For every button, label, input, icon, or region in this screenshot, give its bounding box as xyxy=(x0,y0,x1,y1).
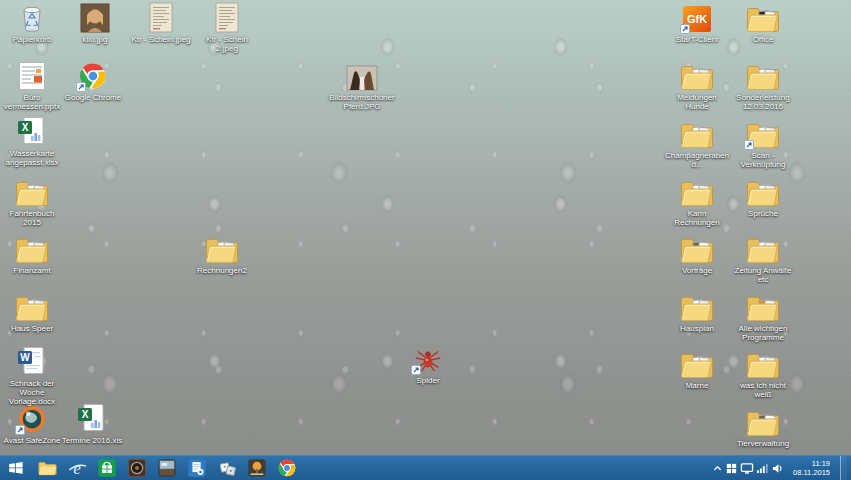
desktop-icon[interactable]: Ktr - Schein.jpeg xyxy=(129,2,193,44)
taskbar-apps: e xyxy=(0,456,302,480)
desktop-icon[interactable]: Ktr - Schein 2.jpeg xyxy=(195,2,259,53)
photo-horses-icon xyxy=(346,60,378,91)
desktop-icon[interactable]: Scan - Verknüpfung xyxy=(731,118,795,169)
folder-icon xyxy=(680,176,714,207)
desktop-icon[interactable]: klio.jpg xyxy=(63,2,127,44)
desktop-icon[interactable]: XWasserkarte angepasst.xlsx xyxy=(0,116,64,167)
svg-text:W: W xyxy=(20,352,30,363)
desktop-icon[interactable]: Spider xyxy=(396,343,460,385)
photo-app-icon xyxy=(247,458,267,478)
dice-game-icon xyxy=(217,458,238,479)
desktop-icon[interactable]: Alle wichtigen Programme xyxy=(731,291,795,342)
desktop-icon[interactable]: Marne xyxy=(665,348,729,390)
desktop-icon[interactable]: WSchnack der Woche Vorlage.docx xyxy=(0,346,64,406)
desktop-icon[interactable]: Google Chrome xyxy=(61,60,125,102)
tray-display-button[interactable] xyxy=(739,456,755,480)
tray-volume-button[interactable] xyxy=(770,456,785,480)
folder-office-icon xyxy=(746,2,780,33)
gfk-icon: GfK xyxy=(682,2,712,33)
game-app-icon xyxy=(157,458,177,478)
display-icon xyxy=(740,462,754,475)
folder-icon xyxy=(746,348,780,379)
desktop-icon-label: Alle wichtigen Programme xyxy=(731,324,795,342)
desktop[interactable]: Papierkorbklio.jpgKtr - Schein.jpegKtr -… xyxy=(0,0,851,455)
desktop-icon[interactable]: Fahrtenbuch 2015 xyxy=(0,176,64,227)
desktop-icon[interactable]: Tierverwaltung xyxy=(731,406,795,448)
desktop-icon[interactable]: Sonderleistung 12.03.2016 xyxy=(731,60,795,111)
desktop-icon[interactable]: Champagnerabend... xyxy=(665,118,729,169)
desktop-icon[interactable]: Sprüche xyxy=(731,176,795,218)
action-center-icon xyxy=(725,462,738,475)
taskbar-internet-explorer-button[interactable]: e xyxy=(62,456,92,480)
show-desktop-button[interactable] xyxy=(840,456,847,480)
folder-icon xyxy=(205,233,239,264)
desktop-icon[interactable]: Papierkorb xyxy=(0,2,64,44)
desktop-icon-label: Ktr - Schein 2.jpeg xyxy=(195,35,259,53)
file-explorer-icon xyxy=(37,458,58,479)
folder-photo-icon xyxy=(746,406,780,437)
taskbar-google-chrome-button[interactable] xyxy=(272,456,302,480)
desktop-icon[interactable]: Bildschirmschoner Pferd.JPG xyxy=(330,60,394,111)
desktop-icon-label: klio.jpg xyxy=(83,35,108,44)
excel-icon: X xyxy=(77,403,107,434)
desktop-icon-label: Schnack der Woche Vorlage.docx xyxy=(0,379,64,406)
word-icon: W xyxy=(17,346,47,377)
folder-icon xyxy=(746,176,780,207)
taskbar-windows-store-button[interactable] xyxy=(92,456,122,480)
folder-icon xyxy=(15,291,49,322)
desktop-icon-label: Bildschirmschoner Pferd.JPG xyxy=(329,93,394,111)
desktop-icon[interactable]: Zeitung Anwälte etc xyxy=(731,233,795,284)
desktop-icon-label: Marne xyxy=(686,381,709,390)
taskbar-start-button[interactable] xyxy=(0,456,32,480)
desktop-icon[interactable]: Rechnungen2 xyxy=(190,233,254,275)
desktop-icon-label: Champagnerabend... xyxy=(664,151,730,169)
taskbar-dice-game-button[interactable] xyxy=(212,456,242,480)
taskbar-photo-app-button[interactable] xyxy=(242,456,272,480)
desktop-icon-label: Meldungen Hunde xyxy=(665,93,729,111)
svg-text:e: e xyxy=(73,459,81,478)
taskbar: e 11:19 08.11.2015 xyxy=(0,455,851,480)
folder-orange-icon xyxy=(746,291,780,322)
tray-chevron-up-button[interactable] xyxy=(711,456,724,480)
desktop-icon-label: was ich nicht weiß xyxy=(731,381,795,399)
desktop-icon-label: Google Chrome xyxy=(65,93,121,102)
desktop-icon-label: Papierkorb xyxy=(13,35,52,44)
desktop-icon-label: Fahrtenbuch 2015 xyxy=(0,209,64,227)
desktop-icon-label: Zeitung Anwälte etc xyxy=(731,266,795,284)
windows-store-icon xyxy=(97,458,117,478)
taskbar-media-app-button[interactable] xyxy=(122,456,152,480)
chevron-up-icon xyxy=(712,463,723,474)
taskbar-file-explorer-button[interactable] xyxy=(32,456,62,480)
desktop-icon[interactable]: Finanzamt xyxy=(0,233,64,275)
desktop-icon-label: Avast SafeZone xyxy=(4,436,61,445)
taskbar-system-tool-button[interactable] xyxy=(182,456,212,480)
desktop-icon[interactable]: GfKStarT-Client xyxy=(665,2,729,44)
spider-icon xyxy=(413,343,443,374)
screen: Papierkorbklio.jpgKtr - Schein.jpegKtr -… xyxy=(0,0,851,480)
taskbar-game-app-button[interactable] xyxy=(152,456,182,480)
tray-network-signal-button[interactable] xyxy=(755,456,770,480)
desktop-icon[interactable]: Avast SafeZone xyxy=(0,403,64,445)
excel-icon: X xyxy=(17,116,47,147)
system-tool-icon xyxy=(187,458,207,478)
start-icon xyxy=(6,458,26,478)
folder-icon xyxy=(680,348,714,379)
folder-icon xyxy=(15,176,49,207)
desktop-icon[interactable]: Karin Rechnungen xyxy=(665,176,729,227)
tray-action-center-button[interactable] xyxy=(724,456,739,480)
desktop-icon[interactable]: Office xyxy=(731,2,795,44)
avast-icon xyxy=(17,403,47,434)
desktop-icon[interactable]: Büro vermessen.pptx xyxy=(0,60,64,111)
desktop-icon-label: Spider xyxy=(416,376,439,385)
desktop-icon[interactable]: Hausplan xyxy=(665,291,729,333)
desktop-icon-label: Finanzamt xyxy=(13,266,50,275)
folder-icon xyxy=(746,118,780,149)
desktop-icon[interactable]: Vorträge xyxy=(665,233,729,275)
recycle-icon xyxy=(18,2,46,33)
desktop-icon[interactable]: was ich nicht weiß xyxy=(731,348,795,399)
ppt-icon xyxy=(17,60,47,91)
desktop-icon[interactable]: XTermine 2016.xls xyxy=(60,403,124,445)
desktop-icon[interactable]: Haus Speer xyxy=(0,291,64,333)
desktop-icon[interactable]: Meldungen Hunde xyxy=(665,60,729,111)
clock[interactable]: 11:19 08.11.2015 xyxy=(789,459,836,477)
